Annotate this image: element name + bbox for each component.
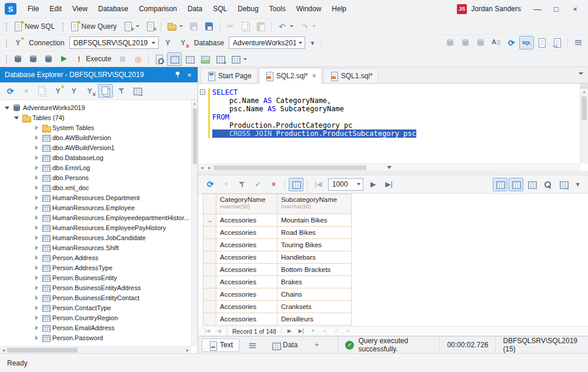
cancel-refresh-button[interactable] xyxy=(219,178,233,191)
cancel-edit-button[interactable] xyxy=(343,327,354,336)
undo-button[interactable] xyxy=(275,19,296,33)
close-button[interactable]: × xyxy=(566,1,584,16)
new-project-button[interactable] xyxy=(143,19,158,33)
expand-arrow-icon[interactable] xyxy=(33,124,40,131)
expand-arrow-icon[interactable] xyxy=(33,164,40,171)
stop-loading-button[interactable] xyxy=(19,84,34,98)
grid-cell[interactable]: Accessories xyxy=(216,251,278,264)
paging-mode-button[interactable] xyxy=(289,178,303,191)
scrollbar-thumb[interactable] xyxy=(193,108,197,164)
add-result-tab[interactable] xyxy=(306,338,328,352)
scroll-right-icon[interactable]: ▶ xyxy=(184,347,191,354)
sql-formatting-button[interactable] xyxy=(519,36,534,49)
chevron-down-icon[interactable] xyxy=(149,37,158,48)
expand-arrow-icon[interactable] xyxy=(33,194,40,201)
menu-view[interactable]: View xyxy=(67,2,93,15)
explorer-close-icon[interactable]: × xyxy=(185,70,194,79)
scroll-up-icon[interactable]: ▲ xyxy=(580,88,588,95)
query-list-button[interactable] xyxy=(571,36,586,49)
grid-row[interactable]: AccessoriesHandlebars xyxy=(203,251,352,264)
tree-item[interactable]: dbo.Persons xyxy=(0,172,191,182)
menu-help[interactable]: Help xyxy=(326,2,352,15)
scrollbar-thumb[interactable] xyxy=(213,165,366,170)
collapse-arrow-icon[interactable] xyxy=(13,114,20,121)
tab-close-icon[interactable]: × xyxy=(312,72,316,80)
menu-database[interactable]: Database xyxy=(93,2,133,15)
data-compare-button[interactable] xyxy=(458,36,473,49)
grid-cell[interactable]: Chains xyxy=(278,288,352,301)
editor-results-splitter[interactable] xyxy=(198,171,588,175)
stop-button[interactable] xyxy=(115,52,130,66)
expand-arrow-icon[interactable] xyxy=(33,214,40,221)
expand-arrow-icon[interactable] xyxy=(33,264,40,271)
export-image-button[interactable] xyxy=(198,52,212,66)
grid-cell[interactable]: Accessories xyxy=(216,276,278,288)
tree-item[interactable]: Person.Password xyxy=(0,333,191,343)
expand-arrow-icon[interactable] xyxy=(33,254,40,261)
scroll-right-icon[interactable]: ▶ xyxy=(206,164,213,171)
sql1-tab[interactable]: SQL1.sql* xyxy=(323,68,379,83)
expand-arrow-icon[interactable] xyxy=(33,174,40,181)
menu-debug[interactable]: Debug xyxy=(232,2,263,15)
pivot-table-button[interactable] xyxy=(213,52,228,66)
user-badge[interactable]: JS Jordan Sanders xyxy=(457,4,521,14)
duplicate-object-button[interactable] xyxy=(35,84,49,98)
grid-row[interactable]: AccessoriesBottom Brackets xyxy=(203,264,352,276)
expand-arrow-icon[interactable] xyxy=(33,304,40,311)
data-tab[interactable]: Data xyxy=(265,338,304,352)
grid-row[interactable]: AccessoriesTouring Bikes xyxy=(203,239,352,251)
expand-arrow-icon[interactable] xyxy=(33,134,40,141)
start-debug-button[interactable] xyxy=(56,52,71,66)
search-grid-button[interactable] xyxy=(540,178,555,191)
open-file-button[interactable] xyxy=(164,19,186,33)
text-tab[interactable]: Text xyxy=(202,338,239,352)
next-page-button[interactable] xyxy=(366,178,380,191)
tree-item[interactable]: dbo.AWBuildVersion1 xyxy=(0,142,191,152)
grid-cell[interactable]: Accessories xyxy=(216,264,278,276)
tree-item[interactable]: Person.EmailAddress xyxy=(0,323,191,333)
grid-cell[interactable]: Mountain Bikes xyxy=(278,214,352,227)
tree-item[interactable]: Tables (74) xyxy=(0,112,191,122)
minimize-button[interactable]: — xyxy=(528,1,547,16)
tree-item[interactable]: Person.CountryRegion xyxy=(0,313,191,323)
tree-item[interactable]: HumanResources.Shift xyxy=(0,243,191,253)
tree-item[interactable]: HumanResources.Department xyxy=(0,192,191,202)
cut-button[interactable] xyxy=(223,19,238,33)
tree-item[interactable]: HumanResources.EmployeedepartmentHistor.… xyxy=(0,212,191,222)
grid-cell[interactable]: Accessories xyxy=(216,301,278,313)
tree-item[interactable]: Person.BusinessEntityAddress xyxy=(0,283,191,293)
editor-vertical-scrollbar[interactable]: ▲ xyxy=(580,84,588,164)
tree-item[interactable]: AdventureWorks2019 xyxy=(0,102,191,112)
grid-row[interactable]: AccessoriesBrakes xyxy=(203,276,352,288)
grid-cell[interactable]: Accessories xyxy=(216,313,278,326)
expand-arrow-icon[interactable] xyxy=(33,234,40,241)
explorer-horizontal-scrollbar[interactable]: ◀ ▶ xyxy=(0,346,191,353)
query-profiler-button[interactable] xyxy=(152,52,166,66)
clear-filter-button[interactable] xyxy=(266,178,281,191)
scroll-left-icon[interactable]: ◀ xyxy=(0,347,7,354)
tree-item[interactable]: Person.AddressType xyxy=(0,263,191,273)
connect-button[interactable] xyxy=(161,36,175,49)
schema-compare-button[interactable] xyxy=(443,36,457,49)
card-view-button[interactable] xyxy=(509,178,523,191)
menu-edit[interactable]: Edit xyxy=(44,2,67,15)
apply-filter-button[interactable] xyxy=(250,178,265,191)
expand-arrow-icon[interactable] xyxy=(33,284,40,291)
split-editor-handle[interactable] xyxy=(580,84,588,88)
filter-button[interactable] xyxy=(114,84,129,98)
insert-record-button[interactable] xyxy=(308,327,319,336)
maximize-button[interactable]: □ xyxy=(547,1,566,16)
sync-with-editor-button[interactable] xyxy=(98,84,113,98)
last-page-button[interactable] xyxy=(382,178,396,191)
first-record-button[interactable] xyxy=(202,327,213,336)
database-combo[interactable]: AdventureWorks2019 xyxy=(229,36,305,49)
expand-arrow-icon[interactable] xyxy=(33,204,40,211)
refresh-button[interactable] xyxy=(3,84,18,98)
menu-data[interactable]: Data xyxy=(182,2,208,15)
scroll-up-icon[interactable]: ▲ xyxy=(192,100,198,107)
schema-export-button[interactable] xyxy=(473,36,488,49)
tree-item[interactable]: Person.Address xyxy=(0,253,191,263)
connect-button[interactable] xyxy=(66,84,81,98)
disconnect-button[interactable] xyxy=(82,84,97,98)
copy-button[interactable] xyxy=(238,19,253,33)
